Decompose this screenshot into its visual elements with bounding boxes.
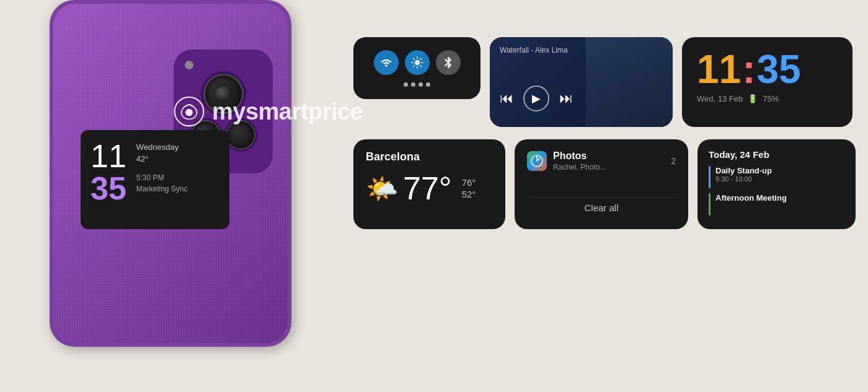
photos-count: 2 (671, 156, 676, 166)
screen-temp: 42° (136, 154, 188, 163)
weather-high: 76° (462, 177, 476, 188)
watermark-logo-icon (174, 96, 205, 127)
photos-title: Photos (553, 150, 606, 162)
weather-temp: 77° (403, 170, 452, 207)
weather-main: 🌤️ 77° 76° 52° (366, 170, 493, 207)
cal-event-1-name: Daily Stand-up (715, 166, 772, 175)
clock-battery: 75% (763, 94, 779, 103)
clock-date: Wed, 13 Feb (697, 94, 743, 103)
widget-calendar: Today, 24 Feb Daily Stand-up 9:30 - 10:0… (698, 139, 856, 229)
watermark: mysmartprice (174, 96, 363, 127)
clock-hour: 11 (697, 50, 741, 89)
cal-bar-1 (709, 166, 711, 188)
cal-event-2-details: Afternoon Meeting (715, 193, 787, 203)
screen-hour: 11 (91, 140, 126, 172)
music-prev-button[interactable]: ⏮ (500, 90, 513, 107)
music-next-button[interactable]: ⏭ (559, 90, 573, 107)
clock-minute: 35 (757, 50, 801, 89)
wifi-icon[interactable] (374, 50, 399, 75)
cal-event-1-time: 9:30 - 10:00 (715, 175, 772, 183)
screen-time: 11 35 (91, 140, 126, 219)
widget-quick-settings (353, 37, 480, 99)
cal-event-1-details: Daily Stand-up 9:30 - 10:00 (715, 166, 772, 183)
calendar-event-1: Daily Stand-up 9:30 - 10:00 (709, 166, 844, 188)
cal-event-2-name: Afternoon Meeting (715, 193, 787, 203)
weather-icon: 🌤️ (366, 173, 398, 204)
photos-app-icon (527, 151, 547, 171)
calendar-event-2: Afternoon Meeting (709, 193, 844, 216)
widget-photos: Photos Rachel, Photo... 2 Clear all (515, 139, 688, 229)
widgets-area: Waterfall - Alex Lima ⏮ ▶ ⏭ 11 : 35 Wed,… (353, 37, 862, 297)
screen-day: Wednesday (136, 142, 188, 152)
widget-weather: Barcelona 🌤️ 77° 76° 52° (353, 139, 505, 229)
music-controls: ⏮ ▶ ⏭ (500, 85, 663, 111)
widget-music: Waterfall - Alex Lima ⏮ ▶ ⏭ (490, 37, 673, 127)
weather-city: Barcelona (366, 150, 493, 163)
screen-event: Marketing Sync (136, 185, 188, 193)
bluetooth-icon[interactable] (436, 50, 461, 75)
photos-subtitle: Rachel, Photo... (553, 163, 606, 172)
qs-dot-1 (404, 82, 408, 87)
clock-colon: : (742, 50, 755, 89)
cal-bar-2 (709, 193, 711, 216)
photos-title-row: Photos Rachel, Photo... (527, 150, 606, 172)
photos-title-group: Photos Rachel, Photo... (553, 150, 606, 172)
clock-info: Wed, 13 Feb 🔋 75% (697, 94, 838, 103)
camera-flash (185, 61, 193, 69)
battery-icon: 🔋 (748, 94, 758, 103)
svg-point-1 (185, 109, 193, 116)
weather-temps-side: 76° 52° (462, 177, 476, 199)
qs-dot-3 (418, 82, 423, 87)
widget-clock: 11 : 35 Wed, 13 Feb 🔋 75% (682, 37, 852, 127)
clock-time-display: 11 : 35 (697, 50, 838, 89)
svg-point-2 (415, 60, 420, 65)
music-title: Waterfall - Alex Lima (500, 46, 663, 54)
qs-dot-2 (411, 82, 415, 87)
qs-dot-4 (426, 82, 430, 87)
photos-header: Photos Rachel, Photo... 2 (527, 150, 676, 172)
music-play-button[interactable]: ▶ (523, 85, 549, 111)
calendar-date: Today, 24 Feb (709, 149, 844, 160)
photos-clear-button[interactable]: Clear all (527, 197, 676, 218)
brightness-icon[interactable] (405, 50, 430, 75)
phone-screen: 11 35 Wednesday 42° 5:30 PM Marketing Sy… (81, 130, 229, 229)
qs-icons-row (374, 50, 461, 75)
screen-minute: 35 (91, 172, 126, 204)
qs-page-dots (404, 82, 430, 87)
watermark-text: mysmartprice (212, 98, 363, 125)
weather-low: 52° (462, 189, 476, 199)
screen-info: Wednesday 42° 5:30 PM Marketing Sync (136, 140, 188, 219)
screen-event-time: 5:30 PM (136, 173, 188, 182)
